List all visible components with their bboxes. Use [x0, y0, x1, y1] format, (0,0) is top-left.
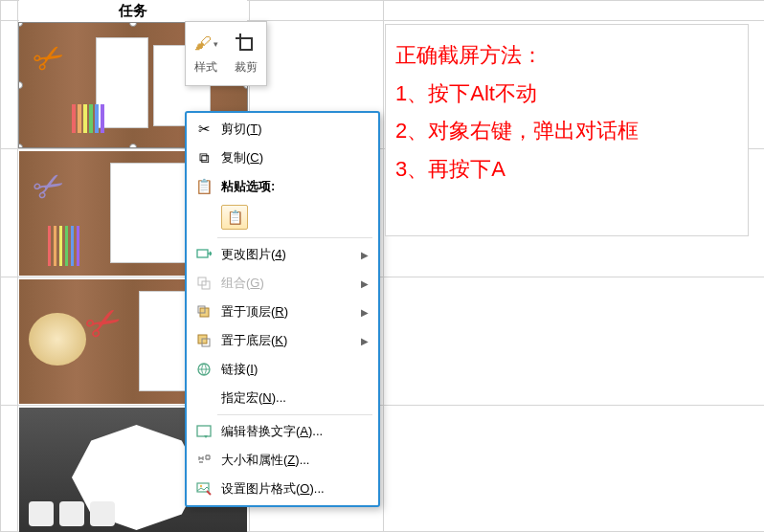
- paintbrush-icon: 🖌▾: [194, 33, 217, 55]
- style-label: 样式: [194, 59, 217, 76]
- separator: [217, 237, 372, 238]
- scissors-icon: ✂: [25, 161, 73, 212]
- submenu-arrow-icon: ▶: [361, 278, 372, 289]
- column-header: 任务: [19, 0, 247, 21]
- copy-icon: ⧉: [192, 149, 215, 166]
- clipboard-icon: 📋: [227, 210, 243, 225]
- cut-icon: ✂: [192, 121, 215, 138]
- pencils: [48, 226, 79, 266]
- group-icon: [192, 276, 215, 291]
- annotation-step-1: 1、按下Alt不动: [395, 75, 738, 113]
- size-props-icon: [192, 453, 215, 468]
- menu-assign-macro[interactable]: 指定宏(N)...: [187, 384, 378, 412]
- tape-roll: [29, 313, 86, 366]
- menu-bring-to-front-label: 置于顶层(R): [215, 303, 361, 321]
- separator: [217, 414, 372, 415]
- style-button[interactable]: 🖌▾ 样式: [186, 22, 226, 85]
- header-text: 任务: [119, 2, 147, 20]
- menu-group: 组合(G) ▶: [187, 269, 378, 298]
- menu-send-to-back[interactable]: 置于底层(K) ▶: [187, 326, 378, 355]
- scissors-icon: ✂: [25, 33, 73, 84]
- menu-size-properties[interactable]: 大小和属性(Z)...: [187, 446, 378, 475]
- annotation-step-3: 3、再按下A: [395, 150, 738, 188]
- menu-cut-label: 剪切(T): [215, 121, 372, 138]
- crop-label: 裁剪: [235, 59, 258, 76]
- change-picture-icon: [192, 247, 215, 262]
- menu-format-picture-label: 设置图片格式(O)...: [215, 480, 372, 498]
- menu-copy-label: 复制(C): [215, 149, 372, 166]
- menu-edit-alt-text[interactable]: 编辑替换文字(A)...: [187, 417, 378, 446]
- menu-group-label: 组合(G): [215, 275, 361, 292]
- submenu-arrow-icon: ▶: [361, 336, 372, 346]
- menu-bring-to-front[interactable]: 置于顶层(R) ▶: [187, 298, 378, 326]
- menu-format-picture[interactable]: 设置图片格式(O)...: [187, 475, 378, 503]
- context-menu: ✂ 剪切(T) ⧉ 复制(C) 📋 粘贴选项: 📋 更改图片(4) ▶ 组合(G…: [185, 111, 380, 507]
- send-back-icon: [192, 333, 215, 348]
- menu-change-picture[interactable]: 更改图片(4) ▶: [187, 240, 378, 269]
- annotation-step-2: 2、对象右键，弹出对话框: [395, 112, 738, 150]
- link-icon: [192, 362, 215, 377]
- folded-shapes: [29, 501, 115, 526]
- menu-cut[interactable]: ✂ 剪切(T): [187, 115, 378, 144]
- picture-mini-toolbar: 🖌▾ 样式 裁剪: [185, 21, 267, 86]
- menu-link-label: 链接(I): [215, 361, 372, 378]
- crop-icon: [235, 33, 258, 55]
- paste-option-button[interactable]: 📋: [221, 205, 248, 230]
- svg-rect-0: [197, 250, 208, 257]
- submenu-arrow-icon: ▶: [361, 250, 372, 260]
- crop-button[interactable]: 裁剪: [226, 22, 266, 85]
- menu-paste-options: 📋 粘贴选项:: [187, 172, 378, 201]
- crayons: [72, 104, 104, 133]
- svg-rect-8: [197, 426, 211, 436]
- paste-option-row: 📋: [187, 201, 378, 235]
- clipboard-icon: 📋: [192, 178, 215, 195]
- alt-text-icon: [192, 424, 215, 439]
- menu-send-to-back-label: 置于底层(K): [215, 332, 361, 349]
- submenu-arrow-icon: ▶: [361, 307, 372, 318]
- instruction-annotation: 正确截屏方法： 1、按下Alt不动 2、对象右键，弹出对话框 3、再按下A: [385, 24, 749, 236]
- menu-size-properties-label: 大小和属性(Z)...: [215, 452, 372, 469]
- annotation-title: 正确截屏方法：: [395, 36, 738, 75]
- menu-edit-alt-text-label: 编辑替换文字(A)...: [215, 423, 372, 440]
- menu-change-picture-label: 更改图片(4): [215, 246, 361, 263]
- menu-link[interactable]: 链接(I): [187, 355, 378, 384]
- bring-front-icon: [192, 304, 215, 320]
- menu-copy[interactable]: ⧉ 复制(C): [187, 144, 378, 172]
- menu-paste-label: 粘贴选项:: [215, 178, 372, 195]
- svg-point-10: [200, 485, 202, 487]
- format-picture-icon: [192, 481, 215, 497]
- menu-assign-macro-label: 指定宏(N)...: [215, 389, 372, 407]
